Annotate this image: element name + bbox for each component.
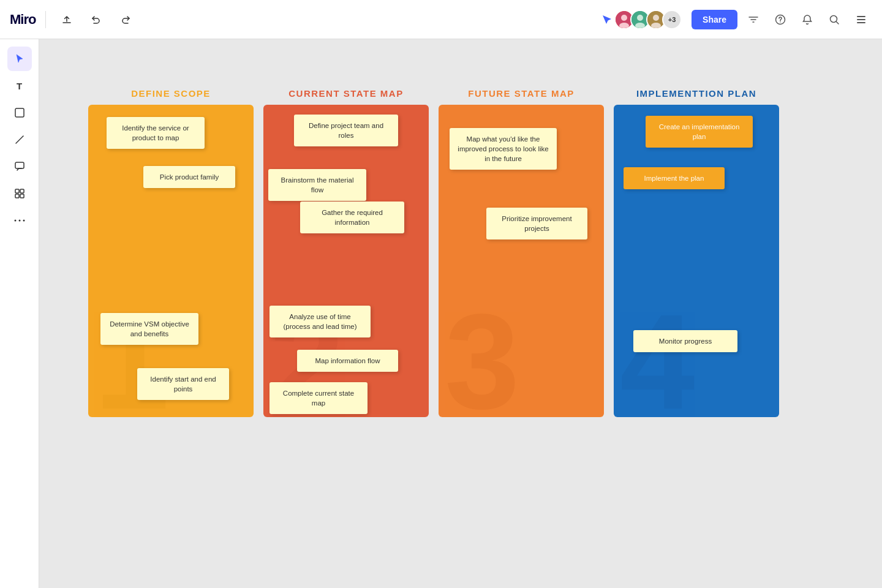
- sidebar-line-tool[interactable]: [7, 127, 32, 152]
- svg-point-23: [23, 220, 24, 222]
- sticky-s15: Monitor progress: [633, 330, 737, 352]
- comment-tool-icon: [14, 161, 25, 172]
- sidebar-frame-tool[interactable]: [7, 181, 32, 206]
- sticky-s9: Map information flow: [297, 350, 398, 372]
- sidebar-comment-tool[interactable]: [7, 154, 32, 179]
- line-tool-icon: [14, 134, 25, 145]
- sticky-s8: Analyze use of time (process and lead ti…: [270, 306, 371, 337]
- column-current-state: CURRENT STATE MAP 2 Define project team …: [263, 88, 429, 417]
- column-define-scope: DEFINE SCOPE 1 Identify the service or p…: [88, 88, 254, 417]
- menu-icon: [856, 14, 867, 25]
- share-button[interactable]: Share: [692, 10, 737, 29]
- svg-point-1: [621, 15, 627, 21]
- filter-icon: [748, 14, 759, 25]
- sidebar-cursor-tool[interactable]: [7, 47, 32, 71]
- col3-body: 3 Map what you'd like the improved proce…: [439, 105, 604, 417]
- col4-body: 4 Create an implementation plan Implemen…: [614, 105, 779, 417]
- sticky-s5: Define project team and roles: [294, 115, 398, 146]
- col1-body: 1 Identify the service or product to map…: [88, 105, 254, 417]
- col1-title: DEFINE SCOPE: [131, 88, 211, 99]
- undo-icon: [91, 14, 102, 25]
- col2-body: 2 Define project team and roles Brainsto…: [263, 105, 429, 417]
- svg-rect-16: [15, 162, 24, 168]
- sticky-s1: Identify the service or product to map: [107, 117, 205, 149]
- col3-watermark: 3: [445, 295, 519, 417]
- svg-rect-14: [857, 22, 865, 23]
- board-content: DEFINE SCOPE 1 Identify the service or p…: [88, 88, 779, 417]
- svg-point-7: [653, 15, 659, 21]
- avatar-count: +3: [662, 10, 682, 29]
- frame-tool-icon: [14, 188, 25, 199]
- svg-point-22: [18, 220, 20, 222]
- col2-title: CURRENT STATE MAP: [288, 88, 403, 99]
- svg-rect-19: [15, 194, 19, 198]
- col4-watermark: 4: [620, 295, 695, 417]
- redo-icon: [120, 14, 131, 25]
- svg-rect-18: [20, 189, 24, 193]
- sticky-s7: Gather the required information: [300, 202, 404, 233]
- sidebar-text-tool[interactable]: T: [7, 74, 32, 98]
- cursor-icon: [601, 13, 613, 26]
- sticky-s2: Pick product family: [143, 166, 235, 188]
- svg-point-4: [637, 15, 643, 21]
- sticky-s4: Identify start and end points: [137, 368, 229, 400]
- sticky-s12: Prioritize improvement projects: [486, 208, 587, 239]
- redo-button[interactable]: [115, 9, 137, 31]
- more-tool-icon: [14, 219, 25, 222]
- notification-icon: [802, 14, 813, 25]
- upload-button[interactable]: [56, 9, 78, 31]
- sidebar-more-tool[interactable]: [7, 208, 32, 233]
- help-icon: [775, 14, 786, 25]
- topbar-left: Miro: [10, 9, 137, 31]
- svg-point-11: [831, 15, 837, 22]
- svg-rect-17: [15, 189, 19, 193]
- sticky-s3: Determine VSM objective and benefits: [100, 313, 198, 345]
- sidebar-sticky-tool[interactable]: [7, 100, 32, 125]
- sidebar: T: [0, 39, 39, 588]
- search-button[interactable]: [823, 9, 845, 31]
- topbar-divider: [45, 11, 46, 28]
- col4-title: IMPLEMENTTION PLAN: [636, 88, 756, 99]
- undo-button[interactable]: [85, 9, 107, 31]
- text-tool-icon: T: [17, 81, 22, 91]
- column-implementation: IMPLEMENTTION PLAN 4 Create an implement…: [614, 88, 779, 417]
- upload-icon: [61, 14, 72, 25]
- sticky-s10: Complete current state map: [270, 382, 368, 414]
- cursor-tool-icon: [14, 53, 25, 64]
- canvas[interactable]: DEFINE SCOPE 1 Identify the service or p…: [39, 39, 882, 588]
- col3-title: FUTURE STATE MAP: [468, 88, 574, 99]
- search-icon: [829, 14, 840, 25]
- sticky-tool-icon: [14, 107, 25, 118]
- notification-button[interactable]: [796, 9, 818, 31]
- topbar-right: +3 Share: [597, 9, 872, 31]
- miro-logo: Miro: [10, 12, 36, 28]
- svg-rect-20: [20, 194, 24, 198]
- sticky-s11: Map what you'd like the improved process…: [450, 128, 557, 170]
- svg-rect-13: [857, 19, 865, 20]
- svg-rect-12: [857, 16, 865, 17]
- topbar: Miro: [0, 0, 882, 39]
- help-button[interactable]: [769, 9, 791, 31]
- sticky-s13: Create an implementation plan: [646, 116, 753, 148]
- menu-button[interactable]: [850, 9, 872, 31]
- svg-point-21: [14, 220, 16, 222]
- svg-point-10: [780, 21, 780, 22]
- svg-rect-15: [15, 108, 24, 117]
- filter-button[interactable]: [742, 9, 764, 31]
- column-future-state: FUTURE STATE MAP 3 Map what you'd like t…: [439, 88, 604, 417]
- sticky-s6: Brainstorm the material flow: [268, 169, 366, 201]
- avatar-group: +3: [597, 10, 682, 29]
- sticky-s14: Implement the plan: [624, 167, 725, 189]
